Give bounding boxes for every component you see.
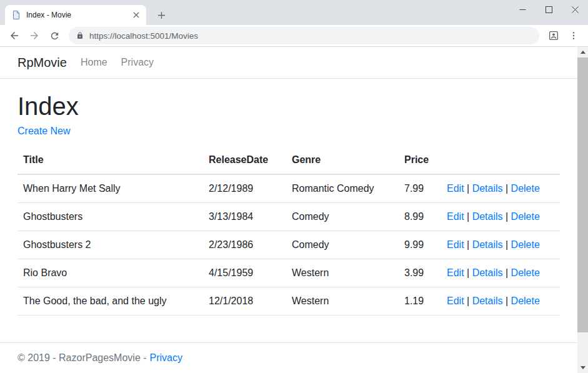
column-header-price: Price [397, 146, 439, 174]
column-header-genre: Genre [284, 146, 397, 174]
movie-table-body: When Harry Met Sally2/12/1989Romantic Co… [17, 174, 560, 316]
delete-link[interactable]: Delete [511, 267, 540, 278]
delete-link[interactable]: Delete [511, 183, 540, 194]
reload-icon[interactable] [45, 27, 64, 44]
action-separator: | [464, 183, 472, 194]
movie-title: Rio Bravo [17, 259, 201, 287]
copyright-text: © 2019 - RazorPagesMovie - [17, 352, 147, 364]
table-row: Rio Bravo4/15/1959Western3.99Edit | Deta… [17, 259, 560, 287]
action-separator: | [464, 267, 472, 278]
details-link[interactable]: Details [472, 296, 503, 306]
row-actions: Edit | Details | Delete [439, 174, 560, 203]
action-separator: | [503, 267, 511, 278]
edit-link[interactable]: Edit [447, 183, 464, 194]
address-bar[interactable]: https://localhost:5001/Movies [69, 27, 539, 44]
window-controls [509, 0, 588, 19]
movie-release-date: 12/1/2018 [201, 287, 284, 316]
lock-icon [76, 32, 84, 39]
edit-link[interactable]: Edit [447, 239, 464, 250]
browser-titlebar: Index - Movie [0, 0, 588, 25]
site-navbar: RpMovie Home Privacy [0, 47, 577, 79]
browser-toolbar: https://localhost:5001/Movies [0, 25, 588, 47]
movie-title: Ghostbusters 2 [17, 231, 201, 259]
action-separator: | [464, 239, 472, 250]
edit-link[interactable]: Edit [447, 211, 464, 222]
movie-price: 8.99 [397, 203, 439, 231]
browser-window: Index - Movie [0, 0, 588, 373]
page-title: Index [17, 92, 560, 121]
movie-title: Ghostbusters [17, 203, 201, 231]
row-actions: Edit | Details | Delete [439, 203, 560, 231]
vertical-scrollbar[interactable] [577, 47, 588, 373]
forward-icon[interactable] [25, 27, 44, 44]
footer-privacy-link[interactable]: Privacy [150, 352, 182, 364]
table-row: Ghostbusters 22/23/1986Comedy9.99Edit | … [17, 231, 560, 259]
action-separator: | [503, 296, 511, 306]
nav-link-home[interactable]: Home [76, 52, 112, 73]
page-viewport: RpMovie Home Privacy Index Create New Ti… [0, 47, 588, 373]
movie-title: When Harry Met Sally [17, 174, 201, 203]
close-button[interactable] [562, 0, 588, 19]
back-icon[interactable] [5, 27, 24, 44]
movies-table: TitleReleaseDateGenrePrice When Harry Me… [17, 146, 560, 316]
movie-genre: Comedy [284, 231, 397, 259]
movie-genre: Comedy [284, 203, 397, 231]
column-header-actions [439, 146, 560, 174]
delete-link[interactable]: Delete [511, 239, 540, 250]
menu-icon[interactable] [564, 27, 583, 44]
row-actions: Edit | Details | Delete [439, 259, 560, 287]
action-separator: | [503, 239, 511, 250]
edit-link[interactable]: Edit [447, 296, 464, 306]
column-header-releasedate: ReleaseDate [201, 146, 284, 174]
row-actions: Edit | Details | Delete [439, 231, 560, 259]
action-separator: | [464, 296, 472, 306]
scroll-down-icon[interactable] [577, 362, 588, 373]
movie-price: 1.19 [397, 287, 439, 316]
movie-release-date: 2/12/1989 [201, 174, 284, 203]
movie-release-date: 3/13/1984 [201, 203, 284, 231]
minimize-button[interactable] [509, 0, 536, 19]
details-link[interactable]: Details [472, 183, 503, 194]
movie-release-date: 2/23/1986 [201, 231, 284, 259]
page-footer: © 2019 - RazorPagesMovie - Privacy [0, 342, 577, 373]
action-separator: | [503, 211, 511, 222]
table-row: The Good, the bad, and the ugly12/1/2018… [17, 287, 560, 316]
action-separator: | [503, 183, 511, 194]
table-row: When Harry Met Sally2/12/1989Romantic Co… [17, 174, 560, 203]
movie-genre: Romantic Comedy [284, 174, 397, 203]
new-tab-button[interactable] [154, 7, 169, 22]
create-new-link[interactable]: Create New [17, 126, 70, 137]
page-content: RpMovie Home Privacy Index Create New Ti… [0, 47, 577, 373]
row-actions: Edit | Details | Delete [439, 287, 560, 316]
movie-table-header-row: TitleReleaseDateGenrePrice [17, 146, 560, 174]
scroll-up-icon[interactable] [577, 47, 588, 57]
movie-genre: Western [284, 287, 397, 316]
column-header-title: Title [17, 146, 201, 174]
table-row: Ghostbusters3/13/1984Comedy8.99Edit | De… [17, 203, 560, 231]
movie-title: The Good, the bad, and the ugly [17, 287, 201, 316]
tab-close-icon[interactable] [131, 10, 141, 20]
maximize-button[interactable] [536, 0, 562, 19]
delete-link[interactable]: Delete [511, 296, 540, 306]
tab-title: Index - Movie [26, 11, 126, 19]
details-link[interactable]: Details [472, 211, 503, 222]
delete-link[interactable]: Delete [511, 211, 540, 222]
edit-link[interactable]: Edit [447, 267, 464, 278]
movie-genre: Western [284, 259, 397, 287]
favicon-icon [11, 10, 21, 20]
details-link[interactable]: Details [472, 267, 503, 278]
url-text: https://localhost:5001/Movies [89, 31, 198, 41]
nav-link-privacy[interactable]: Privacy [116, 52, 159, 73]
movie-release-date: 4/15/1959 [201, 259, 284, 287]
movie-price: 3.99 [397, 259, 439, 287]
browser-tab[interactable]: Index - Movie [5, 5, 146, 25]
details-link[interactable]: Details [472, 239, 503, 250]
scrollbar-thumb[interactable] [577, 57, 588, 332]
brand-link[interactable]: RpMovie [17, 56, 67, 70]
profile-icon[interactable] [544, 27, 563, 44]
main-section: Index Create New TitleReleaseDateGenrePr… [0, 79, 577, 316]
action-separator: | [464, 211, 472, 222]
movie-price: 7.99 [397, 174, 439, 203]
movie-price: 9.99 [397, 231, 439, 259]
